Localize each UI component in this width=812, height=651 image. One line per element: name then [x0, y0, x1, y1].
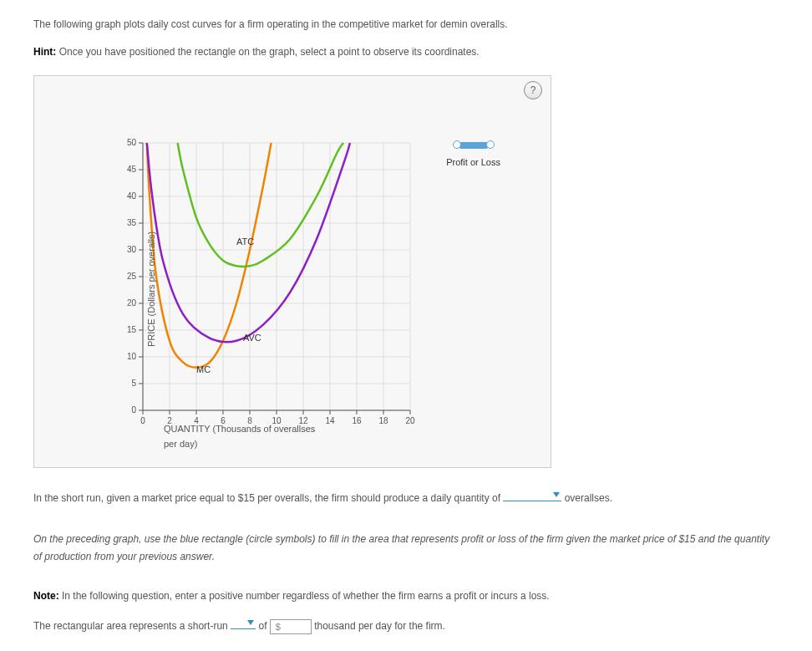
profit-loss-dropdown[interactable]: [231, 616, 256, 629]
help-icon[interactable]: ?: [524, 81, 542, 99]
svg-text:AVC: AVC: [243, 333, 261, 343]
svg-text:MC: MC: [196, 365, 211, 375]
dollar-prefix: $: [276, 620, 281, 635]
question-2: The rectangular area represents a short-…: [33, 616, 779, 634]
quantity-dropdown[interactable]: [503, 488, 561, 501]
chart-area[interactable]: 0246810121416182005101520253035404550 MC…: [84, 122, 402, 456]
svg-text:14: 14: [325, 416, 335, 425]
chart-svg: 0246810121416182005101520253035404550 MC…: [118, 135, 419, 460]
svg-text:40: 40: [127, 191, 137, 201]
svg-text:5: 5: [131, 379, 136, 388]
graph-panel[interactable]: ? 0246810121416182005101520253035404550 …: [33, 75, 551, 468]
hint-line: Hint: Once you have positioned the recta…: [33, 44, 779, 60]
svg-text:25: 25: [127, 272, 137, 281]
profit-loss-tool[interactable]: Profit or Loss: [446, 139, 500, 170]
y-axis-label: PRICE (Dollars per overalls): [145, 231, 160, 347]
q2-after: thousand per day for the firm.: [314, 620, 445, 632]
q2-before: The rectangular area represents a short-…: [33, 620, 228, 632]
question-1: In the short run, given a market price e…: [33, 488, 779, 506]
svg-text:18: 18: [378, 416, 388, 425]
svg-text:20: 20: [405, 416, 415, 425]
svg-text:45: 45: [127, 165, 137, 174]
q1-after: overallses.: [565, 492, 612, 504]
note-line: Note: In the following question, enter a…: [33, 588, 779, 604]
q2-mid: of: [258, 620, 266, 632]
svg-text:20: 20: [127, 298, 137, 308]
rectangle-tool-icon: [454, 139, 493, 152]
legend-label: Profit or Loss: [446, 155, 500, 170]
svg-text:35: 35: [127, 218, 137, 227]
svg-text:0: 0: [140, 416, 145, 425]
q1-before: In the short run, given a market price e…: [33, 492, 500, 504]
svg-text:ATC: ATC: [236, 236, 254, 247]
graph-instruction: On the preceding graph, use the blue rec…: [33, 531, 779, 567]
svg-text:50: 50: [127, 138, 137, 147]
svg-text:10: 10: [127, 352, 137, 361]
chart-curves: MCAVCATC: [147, 143, 350, 374]
amount-input[interactable]: $: [270, 619, 312, 634]
x-axis-label: QUANTITY (Thousands of overallses per da…: [164, 422, 322, 451]
note-label: Note:: [33, 590, 59, 602]
svg-text:16: 16: [352, 416, 362, 425]
chart-grid: [143, 143, 410, 410]
intro-text: The following graph plots daily cost cur…: [33, 17, 779, 33]
svg-text:15: 15: [127, 325, 137, 334]
note-text: In the following question, enter a posit…: [62, 590, 550, 602]
hint-text: Once you have positioned the rectangle o…: [59, 46, 480, 58]
svg-text:0: 0: [131, 405, 136, 415]
svg-text:30: 30: [127, 245, 137, 254]
hint-label: Hint:: [33, 46, 56, 58]
